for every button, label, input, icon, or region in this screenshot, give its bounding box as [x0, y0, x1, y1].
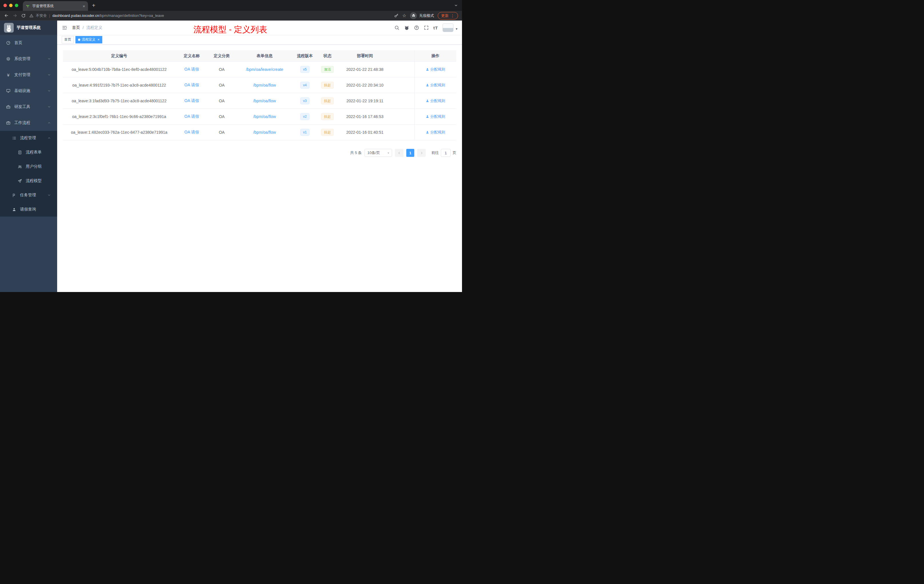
definition-name-link[interactable]: OA 请假	[184, 114, 199, 119]
form-info-link[interactable]: /bpm/oa/flow	[253, 99, 276, 103]
chevron-down-icon	[48, 89, 51, 92]
form-info-link[interactable]: /bpm/oa/leave/create	[246, 67, 284, 72]
assign-rule-link[interactable]: 分配规则	[426, 67, 445, 72]
help-icon[interactable]	[414, 25, 419, 30]
column-header: 定义分类	[208, 50, 236, 61]
tag-home[interactable]: 首页	[62, 36, 74, 43]
reload-icon[interactable]	[21, 13, 26, 18]
category-cell: OA	[208, 109, 236, 124]
definition-name-link[interactable]: OA 请假	[184, 98, 199, 104]
definition-id-cell: oa_leave:2:3c1f0ef1-76b1-11ec-9c66-a2380…	[63, 109, 175, 124]
page-size-select[interactable]: 10条/页 ▾	[365, 149, 392, 157]
site-favicon	[26, 4, 30, 8]
definition-name-link[interactable]: OA 请假	[184, 82, 199, 88]
next-page-button[interactable]	[417, 149, 426, 157]
password-key-icon[interactable]	[394, 13, 399, 18]
assign-rule-link[interactable]: 分配规则	[426, 82, 445, 88]
goto-page-input[interactable]	[441, 149, 450, 157]
row-filler	[391, 78, 414, 93]
sidebar-item-system[interactable]: 系统管理	[0, 51, 57, 67]
chevron-up-icon	[48, 121, 51, 125]
sidebar-item-label: 研发工具	[14, 104, 44, 109]
deploy-time-cell: 2022-01-22 21:48:38	[339, 62, 391, 77]
tag-close-icon[interactable]: ×	[97, 38, 100, 41]
table-row: oa_leave:3:1fad3d93-7b75-11ec-a3c8-acde4…	[63, 93, 456, 109]
list-icon	[12, 136, 16, 140]
sidebar-item-task-management[interactable]: 任务管理	[0, 188, 57, 202]
annotation-title: 流程模型 - 定义列表	[193, 24, 267, 35]
assign-rule-link[interactable]: 分配规则	[426, 130, 445, 135]
avatar-caret-icon[interactable]: ▾	[456, 27, 457, 32]
person-icon	[12, 208, 16, 212]
sidebar-item-dev-tools[interactable]: 研发工具	[0, 99, 57, 115]
bookmark-star-icon[interactable]: ☆	[402, 13, 406, 18]
tag-label: 流程定义	[82, 37, 96, 42]
user-avatar[interactable]	[442, 23, 454, 32]
sidebar-item-home[interactable]: 首页	[0, 35, 57, 51]
row-filler	[391, 62, 414, 77]
dashboard-icon	[6, 41, 11, 45]
app-title: 芋道管理系统	[16, 25, 41, 30]
zoom-window-button[interactable]	[15, 4, 18, 7]
sidebar-item-process-model[interactable]: 流程模型	[0, 174, 57, 188]
sidebar-logo[interactable]: 芋道管理系统	[0, 21, 57, 35]
column-filler	[391, 50, 414, 61]
definition-id-cell: oa_leave:5:004b710b-7b8a-11ec-8ef0-acde4…	[63, 62, 175, 77]
definition-name-link[interactable]: OA 请假	[184, 130, 199, 135]
form-info-link[interactable]: /bpm/oa/flow	[253, 114, 276, 119]
breadcrumb-current: 流程定义	[86, 25, 102, 30]
column-header: 定义名称	[175, 50, 208, 61]
briefcase-icon	[6, 120, 11, 125]
sidebar-collapse-icon[interactable]	[62, 25, 68, 31]
sidebar-item-label: 系统管理	[14, 56, 44, 61]
search-icon[interactable]	[394, 25, 399, 30]
chevron-down-icon	[48, 73, 51, 77]
breadcrumb-separator: /	[82, 25, 84, 30]
sidebar-item-user-group[interactable]: 用户分组	[0, 159, 57, 174]
tab-search-icon[interactable]	[454, 3, 458, 7]
close-window-button[interactable]	[3, 4, 7, 7]
address-bar[interactable]: 不安全 | dashboard.yudao.iocoder.cn/bpm/man…	[30, 13, 390, 18]
minimize-window-button[interactable]	[9, 4, 13, 7]
incognito-icon	[410, 12, 417, 19]
send-icon	[17, 179, 22, 183]
definition-id-cell: oa_leave:3:1fad3d93-7b75-11ec-a3c8-acde4…	[63, 93, 175, 109]
column-header: 流程版本	[294, 50, 316, 61]
sidebar-item-process-form[interactable]: 流程表单	[0, 145, 57, 159]
sidebar-item-infrastructure[interactable]: 基础设施	[0, 83, 57, 99]
form-info-link[interactable]: /bpm/oa/flow	[253, 130, 276, 135]
tab-close-icon[interactable]: ×	[82, 4, 85, 8]
definition-name-link[interactable]: OA 请假	[184, 67, 199, 72]
breadcrumb-home[interactable]: 首页	[72, 25, 80, 30]
back-icon[interactable]	[4, 13, 9, 18]
deploy-time-cell: 2022-01-22 19:19:11	[339, 93, 391, 109]
sidebar-item-process-management[interactable]: 流程管理	[0, 131, 57, 145]
browser-tab[interactable]: 芋道管理系统 ×	[23, 1, 88, 11]
form-info-link[interactable]: /bpm/oa/flow	[253, 83, 276, 87]
browser-menu-icon[interactable]: ⋮	[450, 14, 455, 18]
sidebar-item-leave-query[interactable]: 请假查询	[0, 202, 57, 216]
sidebar-item-workflow[interactable]: 工作流程	[0, 115, 57, 131]
main-panel: 首页 / 流程定义 tT	[57, 21, 462, 292]
row-filler	[391, 93, 414, 109]
browser-update-button[interactable]: 更新 ⋮	[438, 12, 458, 20]
font-size-icon[interactable]: tT	[434, 25, 438, 30]
window-controls	[0, 4, 23, 7]
chevron-up-icon	[48, 136, 51, 140]
category-cell: OA	[208, 62, 236, 77]
status-tag: 激活	[321, 66, 334, 73]
flag-icon	[12, 193, 16, 198]
new-tab-button[interactable]: +	[92, 3, 96, 8]
forward-icon[interactable]	[13, 13, 17, 18]
breadcrumb: 首页 / 流程定义	[72, 25, 102, 30]
prev-page-button[interactable]	[395, 149, 403, 157]
tag-process-definition[interactable]: 流程定义 ×	[76, 36, 102, 43]
chevron-down-icon	[48, 193, 51, 197]
assign-rule-link[interactable]: 分配规则	[426, 98, 445, 104]
column-header: 操作	[414, 50, 456, 61]
sidebar-item-payment[interactable]: ¥ 支付管理	[0, 67, 57, 83]
fullscreen-icon[interactable]	[424, 25, 429, 30]
github-icon[interactable]	[404, 25, 409, 31]
page-number-button[interactable]: 1	[406, 149, 414, 157]
assign-rule-link[interactable]: 分配规则	[426, 114, 445, 119]
